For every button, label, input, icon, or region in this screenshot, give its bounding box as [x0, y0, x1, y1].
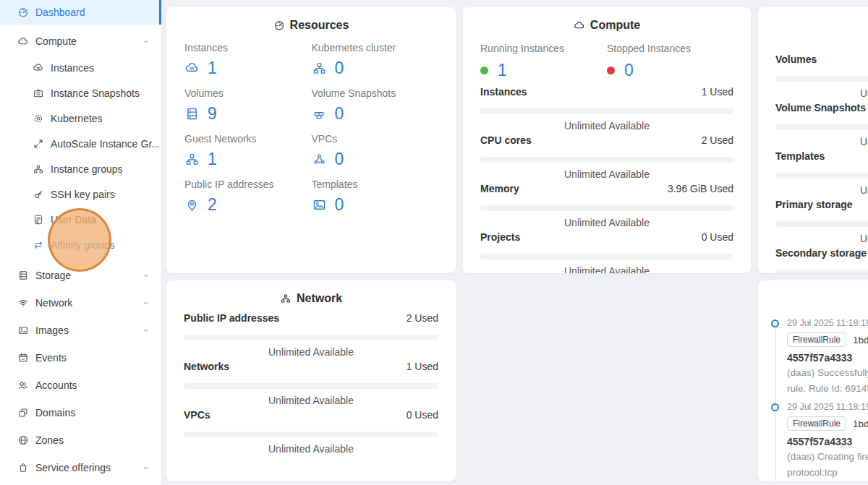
- sidebar-item-compute[interactable]: Compute: [0, 30, 161, 52]
- event-account: 4557f57a4333: [787, 436, 868, 447]
- compute-submenu: Instances Instance Snapshots Kubernetes …: [0, 55, 161, 257]
- chevron-down-icon: [142, 327, 150, 335]
- compute-quotas: Instances1 Used Unlimited Available CPU …: [463, 79, 751, 273]
- calendar-icon: [17, 352, 29, 364]
- quota-used: 1 Used: [702, 86, 733, 98]
- quota-label: Volume Snapshots: [775, 102, 866, 113]
- stat-instances[interactable]: Instances 1: [184, 42, 312, 77]
- quota-memory: Memory3.96 GiB Used Unlimited Available: [480, 183, 733, 230]
- stat-value: 0: [335, 104, 344, 123]
- stat-guest-networks[interactable]: Guest Networks 1: [184, 133, 312, 168]
- wifi-icon: [17, 297, 29, 309]
- card-title-text: Resources: [290, 19, 349, 32]
- quota-available: Unlimited Available: [775, 233, 868, 246]
- key-icon: [33, 189, 44, 200]
- stat-templates[interactable]: Templates 0: [312, 179, 439, 214]
- sidebar-bottom-group: Storage Network Images Events Accounts D…: [0, 262, 161, 481]
- quota-cpu-cores: CPU cores2 Used Unlimited Available: [480, 134, 733, 181]
- stat-volumes[interactable]: Volumes 9: [184, 87, 312, 123]
- quota-primary-storage: Primary storage Unlimited Available: [775, 199, 868, 246]
- sidebar-item-label: Storage: [35, 270, 71, 281]
- stat-label: VPCs: [312, 133, 439, 145]
- quota-available: Unlimited Available: [480, 265, 733, 273]
- quota-progress-bar: [775, 173, 868, 179]
- compute-card: Compute Running Instances 1 Stopped Inst…: [463, 7, 751, 273]
- bag-icon: [17, 462, 29, 473]
- stat-vpcs[interactable]: VPCs 0: [312, 133, 439, 168]
- stat-volume-snapshots[interactable]: Volume Snapshots 0: [312, 87, 439, 123]
- sidebar-item-instance-snapshots[interactable]: Instance Snapshots: [0, 80, 161, 106]
- quota-available: Unlimited Available: [480, 217, 733, 230]
- event-item[interactable]: 29 Jul 2025 11:18:19 FirewallRule 1bd8 4…: [771, 402, 868, 479]
- quota-progress-bar: [775, 76, 868, 82]
- sidebar-item-instances[interactable]: Instances: [0, 55, 161, 80]
- quota-available: Unlimited Available: [480, 120, 733, 133]
- quota-available: Unlimited Available: [480, 168, 733, 181]
- cloud-server-icon: [184, 61, 200, 76]
- event-type-tag[interactable]: FirewallRule: [787, 332, 846, 347]
- sidebar-item-zones[interactable]: Zones: [0, 426, 161, 454]
- event-description: protocol:tcp: [787, 465, 868, 479]
- sidebar-item-label: Events: [35, 352, 67, 364]
- quota-progress-bar: [184, 383, 438, 389]
- counter-label: Running Instances: [480, 43, 607, 54]
- resources-card: Resources Instances 1 Kubernetes cluster…: [166, 7, 456, 273]
- sidebar-item-ssh-key-pairs[interactable]: SSH key pairs: [0, 181, 161, 207]
- sidebar-item-user-data[interactable]: User Data: [0, 207, 161, 232]
- sidebar-item-autoscale-instance-groups[interactable]: AutoScale Instance Gr...: [0, 131, 161, 156]
- sidebar-item-label: Affinity groups: [51, 239, 114, 251]
- chevron-up-icon: [142, 38, 150, 46]
- resources-grid: Instances 1 Kubernetes cluster 0 Volumes…: [166, 32, 456, 214]
- quota-label: Templates: [775, 150, 825, 162]
- event-description: (daas) Successfully: [787, 366, 868, 379]
- stat-value: 2: [208, 195, 217, 214]
- hierarchy-icon: [184, 152, 200, 167]
- event-type-tag[interactable]: FirewallRule: [787, 416, 846, 431]
- event-resource-id: 1bd8: [853, 419, 868, 429]
- quota-progress-bar: [480, 157, 733, 163]
- sidebar-item-instance-groups[interactable]: Instance groups: [0, 156, 161, 181]
- quota-secondary-storage: Secondary storage Unlimited Available: [775, 247, 868, 273]
- sidebar-item-storage[interactable]: Storage: [0, 262, 161, 289]
- sidebar-item-domains[interactable]: Domains: [0, 399, 161, 426]
- hierarchy-icon: [33, 163, 44, 175]
- quota-used: 3.96 GiB Used: [668, 183, 733, 194]
- card-title-text: Compute: [590, 19, 640, 32]
- event-item[interactable]: 29 Jul 2025 11:18:19 FirewallRule 1bd8 4…: [771, 318, 868, 395]
- quota-available: Unlimited Available: [184, 395, 438, 408]
- sidebar-item-events[interactable]: Events: [0, 344, 161, 372]
- quota-progress-bar: [184, 432, 438, 437]
- stat-label: Kubernetes cluster: [312, 42, 439, 53]
- chevron-down-icon: [142, 272, 150, 280]
- picture-icon: [17, 325, 29, 336]
- stat-value: 9: [208, 104, 217, 123]
- sidebar-item-accounts[interactable]: Accounts: [0, 372, 161, 399]
- card-title-text: Network: [297, 292, 342, 305]
- stat-kubernetes-cluster[interactable]: Kubernetes cluster 0: [312, 42, 439, 77]
- picture-icon: [312, 197, 327, 213]
- sidebar-item-label: Kubernetes: [51, 113, 103, 124]
- quota-instances: Instances1 Used Unlimited Available: [480, 86, 733, 133]
- sidebar-item-dashboard[interactable]: Dashboard: [0, 0, 161, 25]
- stopped-instances-counter[interactable]: Stopped Instances 0: [607, 43, 733, 79]
- sidebar-item-label: Zones: [35, 434, 64, 446]
- gear-icon: [33, 113, 44, 124]
- sidebar-item-network[interactable]: Network: [0, 289, 161, 317]
- stat-public-ip-addresses[interactable]: Public IP addresses 2: [184, 179, 312, 214]
- running-instances-counter[interactable]: Running Instances 1: [480, 43, 607, 79]
- hierarchy-icon: [280, 293, 292, 304]
- network-card: Network Public IP addresses2 Used Unlimi…: [166, 280, 456, 481]
- sidebar-item-label: SSH key pairs: [51, 189, 115, 200]
- sidebar-item-service-offerings[interactable]: Service offerings: [0, 454, 161, 481]
- sidebar-item-affinity-groups[interactable]: Affinity groups: [0, 232, 161, 257]
- quota-volumes: Volumes Unlimited Available: [775, 53, 868, 100]
- dashboard-icon: [17, 7, 29, 18]
- event-description: (daas) Creating fire: [787, 450, 868, 463]
- stat-value: 1: [208, 59, 217, 77]
- blocks-icon: [17, 407, 29, 419]
- quota-progress-bar: [184, 335, 438, 340]
- sidebar-item-kubernetes[interactable]: Kubernetes: [0, 106, 161, 131]
- sidebar-item-images[interactable]: Images: [0, 317, 161, 344]
- dashboard-icon: [273, 20, 285, 31]
- quota-progress-bar: [775, 221, 868, 227]
